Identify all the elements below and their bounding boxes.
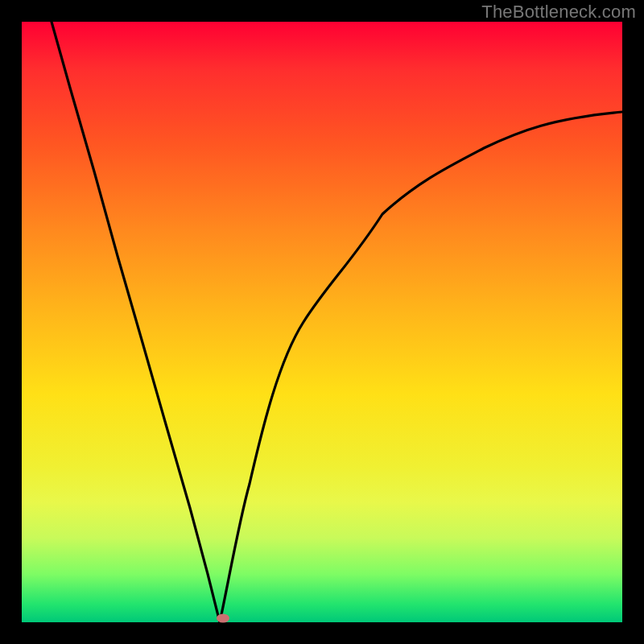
chart-frame: TheBottleneck.com	[0, 0, 644, 644]
curve-left-branch	[52, 22, 220, 622]
curve-right-branch	[220, 112, 622, 622]
optimum-marker	[217, 614, 229, 623]
watermark-text: TheBottleneck.com	[481, 2, 636, 23]
bottleneck-curve	[22, 22, 622, 622]
